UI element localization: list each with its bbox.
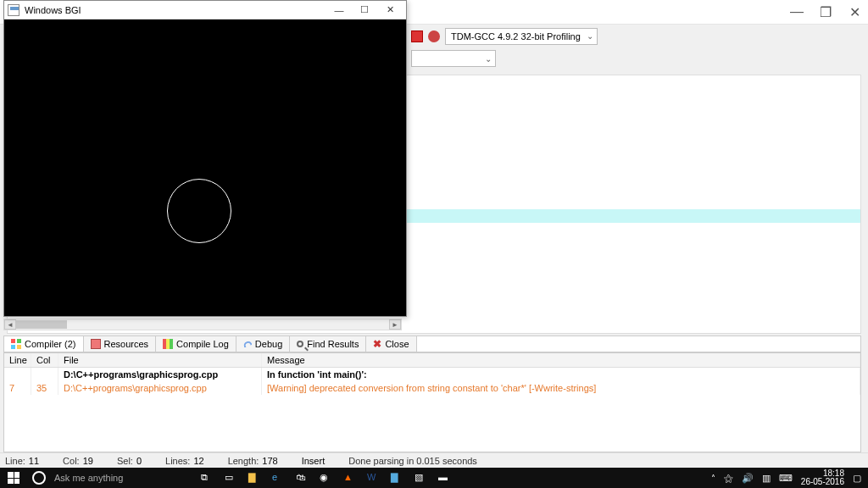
tab-close-label: Close bbox=[385, 339, 409, 349]
cell-file: D:\C++programs\graphicsprog.cpp bbox=[58, 381, 262, 395]
tab-compile-log[interactable]: Compile Log bbox=[156, 336, 236, 352]
compiler-profile-label: TDM-GCC 4.9.2 32-bit Profiling bbox=[451, 31, 581, 42]
battery-icon[interactable]: ▥ bbox=[762, 473, 771, 484]
status-lines-label: Lines: bbox=[165, 456, 190, 466]
bgi-app-icon bbox=[8, 4, 19, 16]
status-sel-value: 0 bbox=[136, 456, 142, 466]
action-center-icon[interactable]: ▢ bbox=[853, 473, 861, 484]
start-button[interactable] bbox=[0, 468, 27, 488]
tab-resources-label: Resources bbox=[104, 339, 149, 349]
input-lang-icon[interactable]: ⌨ bbox=[779, 473, 793, 484]
tab-close[interactable]: ✖ Close bbox=[366, 336, 416, 352]
tab-find-results[interactable]: Find Results bbox=[290, 336, 366, 352]
status-line-value: 11 bbox=[29, 456, 39, 466]
status-sel-label: Sel: bbox=[117, 456, 133, 466]
taskbar-app-extra[interactable]: ▧ bbox=[409, 468, 432, 488]
tab-find-results-label: Find Results bbox=[307, 339, 359, 349]
status-col-value: 19 bbox=[83, 456, 93, 466]
debug-tab-icon bbox=[242, 340, 252, 347]
status-insert-mode: Insert bbox=[302, 456, 326, 466]
compiler-output-table: Line Col File Message D:\C++programs\gra… bbox=[3, 352, 861, 452]
cell-message: [Warning] deprecated conversion from str… bbox=[262, 381, 860, 395]
ide-maximize-button[interactable]: ❐ bbox=[819, 5, 832, 19]
taskbar-date: 26-05-2016 bbox=[801, 478, 844, 487]
scroll-thumb[interactable] bbox=[16, 320, 67, 329]
store-icon[interactable]: 🛍 bbox=[290, 468, 314, 488]
bgi-title-text: Windows BGI bbox=[25, 5, 326, 15]
hdr-line[interactable]: Line bbox=[4, 353, 31, 367]
system-tray: ˄ ⚝ 🔊 ▥ ⌨ 18:18 26-05-2016 ▢ bbox=[711, 469, 868, 487]
close-tab-icon: ✖ bbox=[373, 338, 381, 350]
tab-compiler-label: Compiler (2) bbox=[25, 339, 76, 349]
tray-overflow-icon[interactable]: ˄ bbox=[711, 474, 715, 483]
status-bar: Line: 11 Col: 19 Sel: 0 Lines: 12 Length… bbox=[0, 452, 868, 468]
wifi-icon[interactable]: ⚝ bbox=[724, 473, 733, 484]
taskbar-clock[interactable]: 18:18 26-05-2016 bbox=[801, 469, 844, 487]
bgi-canvas bbox=[4, 19, 406, 316]
file-explorer-icon[interactable]: ▇ bbox=[242, 468, 266, 488]
bgi-titlebar[interactable]: Windows BGI — ☐ ✕ bbox=[4, 1, 406, 19]
cell-col: 35 bbox=[31, 381, 58, 395]
tab-debug[interactable]: Debug bbox=[236, 336, 290, 352]
chrome-icon[interactable]: ◉ bbox=[314, 468, 337, 488]
toolbar-debug-icon[interactable] bbox=[428, 30, 440, 42]
hdr-col[interactable]: Col bbox=[31, 353, 58, 367]
cell-col bbox=[31, 368, 58, 381]
status-length-value: 178 bbox=[262, 456, 277, 466]
left-panel-scrollbar[interactable]: ◄ ► bbox=[3, 319, 402, 330]
compiler-tab-icon bbox=[11, 339, 21, 349]
bottom-tab-strip: Compiler (2) Resources Compile Log Debug… bbox=[3, 336, 861, 352]
scroll-left-arrow-icon[interactable]: ◄ bbox=[4, 319, 16, 330]
toolbar-stop-icon[interactable] bbox=[411, 30, 423, 42]
cortana-icon[interactable] bbox=[32, 471, 46, 485]
cell-file: D:\C++programs\graphicsprog.cpp bbox=[58, 368, 262, 381]
status-col-label: Col: bbox=[63, 456, 80, 466]
cell-line: 7 bbox=[4, 381, 31, 395]
find-tab-icon bbox=[297, 341, 303, 347]
ide-close-button[interactable]: ✕ bbox=[848, 5, 861, 19]
compile-log-tab-icon bbox=[163, 339, 173, 349]
tab-compiler[interactable]: Compiler (2) bbox=[4, 336, 84, 352]
drawn-circle bbox=[167, 179, 231, 243]
table-row[interactable]: D:\C++programs\graphicsprog.cpp In funct… bbox=[4, 368, 860, 381]
cell-message: In function 'int main()': bbox=[262, 368, 860, 381]
tab-resources[interactable]: Resources bbox=[84, 336, 157, 352]
tab-debug-label: Debug bbox=[255, 339, 282, 349]
windows-logo-icon bbox=[8, 472, 19, 484]
edge-icon[interactable]: e bbox=[266, 468, 290, 488]
taskbar-app-1[interactable]: ▭ bbox=[219, 468, 242, 488]
scroll-right-arrow-icon[interactable]: ► bbox=[389, 319, 401, 330]
table-row[interactable]: 7 35 D:\C++programs\graphicsprog.cpp [Wa… bbox=[4, 381, 860, 395]
devcpp-icon[interactable]: ▇ bbox=[385, 468, 409, 488]
task-view-icon[interactable]: ⧉ bbox=[195, 468, 219, 488]
secondary-select[interactable] bbox=[411, 50, 496, 67]
windows-taskbar: Ask me anything ⧉ ▭ ▇ e 🛍 ◉ ▲ W ▇ ▧ ▬ ˄ … bbox=[0, 468, 868, 488]
compiler-profile-select[interactable]: TDM-GCC 4.9.2 32-bit Profiling bbox=[445, 28, 598, 45]
vlc-icon[interactable]: ▲ bbox=[337, 468, 361, 488]
cell-line bbox=[4, 368, 31, 381]
bgi-window[interactable]: Windows BGI — ☐ ✕ bbox=[3, 0, 407, 317]
resources-tab-icon bbox=[91, 339, 101, 349]
status-parse-msg: Done parsing in 0.015 seconds bbox=[348, 456, 477, 466]
bgi-minimize-button[interactable]: — bbox=[326, 2, 352, 19]
tab-compile-log-label: Compile Log bbox=[176, 339, 229, 349]
status-lines-value: 12 bbox=[193, 456, 203, 466]
ide-minimize-button[interactable]: — bbox=[790, 5, 804, 19]
hdr-file[interactable]: File bbox=[58, 353, 262, 367]
status-line-label: Line: bbox=[5, 456, 25, 466]
bgi-maximize-button[interactable]: ☐ bbox=[352, 2, 377, 19]
bgi-close-button[interactable]: ✕ bbox=[377, 2, 403, 19]
bgi-taskbar-icon[interactable]: ▬ bbox=[432, 468, 456, 488]
status-length-label: Length: bbox=[228, 456, 259, 466]
taskbar-search-input[interactable]: Ask me anything bbox=[51, 473, 195, 483]
word-icon[interactable]: W bbox=[361, 468, 385, 488]
compiler-output-header: Line Col File Message bbox=[4, 353, 860, 368]
volume-icon[interactable]: 🔊 bbox=[742, 473, 754, 484]
hdr-message[interactable]: Message bbox=[262, 353, 860, 367]
